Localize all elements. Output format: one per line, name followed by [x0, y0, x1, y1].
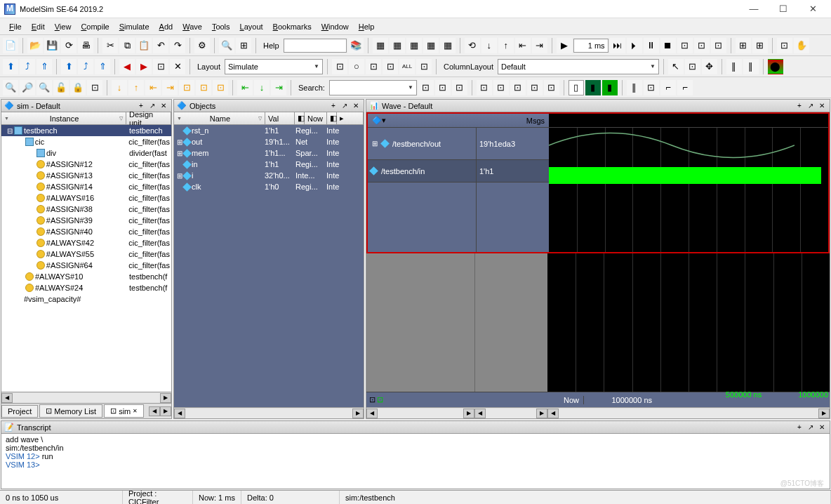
menu-tools[interactable]: Tools — [207, 21, 235, 32]
wave-style-7[interactable]: ⌐ — [677, 80, 693, 95]
wave-signal-name[interactable]: /testbench/in — [368, 160, 476, 183]
menu-wave[interactable]: Wave — [178, 21, 207, 32]
tab-scroll-left[interactable]: ◀ — [149, 406, 160, 416]
sim-tree-row[interactable]: ⊟testbenchtestbench — [1, 125, 171, 136]
bar-icon-2[interactable]: ‖ — [743, 59, 759, 74]
col-designunit[interactable]: Design unit — [126, 112, 171, 124]
redo-icon[interactable]: ↷ — [170, 38, 185, 53]
col-instance[interactable]: ▼Instance▽ — [1, 112, 126, 124]
run-icon[interactable]: ▶ — [557, 38, 572, 53]
sim-tree-row[interactable]: #ASSIGN#12cic_filter(fas — [1, 159, 171, 170]
menu-add[interactable]: Add — [154, 21, 178, 32]
panel-undock-button[interactable]: ↗ — [806, 423, 816, 432]
hand-icon[interactable]: ✋ — [794, 38, 809, 53]
menu-help[interactable]: Help — [354, 21, 380, 32]
nav-top-icon[interactable]: ⇑ — [36, 59, 52, 74]
sim-icon-5[interactable]: ▦ — [440, 38, 456, 53]
transcript-body[interactable]: add wave \sim:/testbench/inVSIM 12> runV… — [1, 434, 830, 489]
tab-project[interactable]: Project — [1, 405, 38, 418]
undo-icon[interactable]: ↶ — [153, 38, 168, 53]
tb-icon-d[interactable]: ⊞ — [736, 38, 751, 53]
panel-undock-button[interactable]: ↗ — [340, 101, 350, 111]
marker-icon[interactable]: ✥ — [702, 59, 717, 74]
run-all-icon[interactable]: ⏭ — [610, 38, 625, 53]
search-opt-icon[interactable]: ⊡ — [452, 80, 467, 95]
search-next-icon[interactable]: ⊡ — [435, 80, 451, 95]
paste-icon[interactable]: 📋 — [136, 38, 152, 53]
wave-style-5[interactable]: ⊡ — [644, 80, 659, 95]
sim-tree-row[interactable]: #ALWAYS#42cic_filter(fas — [1, 237, 171, 248]
sim-tree-row[interactable]: #ALWAYS#55cic_filter(fas — [1, 248, 171, 260]
toggle-icon-1[interactable]: ⊡ — [153, 59, 168, 74]
run-up-icon[interactable]: ↑ — [498, 38, 514, 53]
view-icon-5[interactable]: ⊡ — [416, 59, 432, 74]
grp-icon-2[interactable]: ⊡ — [493, 80, 509, 95]
tab-scroll-right[interactable]: ▶ — [160, 406, 171, 416]
panel-add-button[interactable]: + — [795, 101, 804, 111]
zoom-icon-4[interactable]: 🔓 — [53, 80, 69, 95]
panel-add-button[interactable]: + — [136, 101, 146, 111]
cut-icon[interactable]: ✂ — [102, 38, 118, 53]
tb-icon-e[interactable]: ⊞ — [752, 38, 768, 53]
run-cont-icon[interactable]: ⏵ — [627, 38, 642, 53]
sim-tree-row[interactable]: #ALWAYS#10testbench(f — [1, 271, 171, 282]
hier-icon-1[interactable]: ⬆ — [61, 59, 77, 74]
cursor-icon[interactable]: ↖ — [668, 59, 684, 74]
nav-up-icon[interactable]: ⬆ — [3, 59, 18, 74]
zoom-icon-5[interactable]: 🔒 — [70, 80, 86, 95]
step-fwd-icon[interactable]: ⇥ — [532, 38, 547, 53]
panel-undock-button[interactable]: ↗ — [806, 101, 816, 111]
sim-tree-row[interactable]: #ALWAYS#24testbench(f — [1, 282, 171, 293]
col-filter-1[interactable]: ◧ — [295, 112, 305, 124]
tb-icon-c[interactable]: ⊡ — [711, 38, 726, 53]
runtime-input[interactable] — [573, 39, 609, 53]
tab-memory-list[interactable]: ⊡Memory List — [39, 404, 102, 418]
stop-icon[interactable]: ⏹ — [660, 38, 676, 53]
panel-close-button[interactable]: ✕ — [159, 101, 168, 111]
object-row[interactable]: ⊞out19'h1...NetInte — [174, 136, 364, 147]
wave-style-4[interactable]: ‖ — [627, 80, 642, 95]
panel-close-button[interactable]: ✕ — [817, 423, 827, 432]
options-icon[interactable]: ⊞ — [236, 38, 251, 53]
sim-tree-row[interactable]: #ASSIGN#13cic_filter(fas — [1, 170, 171, 181]
object-row[interactable]: ⊞mem1'h1...Spar...Inte — [174, 147, 364, 159]
object-row[interactable]: rst_n1'h1Regi...Inte — [174, 125, 364, 136]
search-dropdown[interactable] — [329, 80, 417, 95]
grp-icon-3[interactable]: ⊡ — [510, 80, 526, 95]
sim-tree-row[interactable]: #ASSIGN#64cic_filter(fas — [1, 260, 171, 271]
panel-add-button[interactable]: + — [328, 101, 338, 111]
sim-hscroll[interactable]: ◀▶ — [1, 392, 171, 403]
menu-simulate[interactable]: Simulate — [114, 21, 154, 32]
sim-tree-row[interactable]: #ASSIGN#14cic_filter(fas — [1, 181, 171, 192]
tb-icon-b[interactable]: ⊡ — [694, 38, 710, 53]
zoom-full-icon[interactable]: 🔍 — [36, 80, 52, 95]
traffic-icon[interactable]: ⬤ — [768, 59, 783, 74]
reload-icon[interactable]: ⟳ — [61, 38, 77, 53]
cursor-next-icon[interactable]: ▶ — [136, 59, 152, 74]
grp-icon-1[interactable]: ⊡ — [477, 80, 492, 95]
columnlayout-dropdown[interactable]: Default — [498, 59, 659, 74]
select-icon[interactable]: ⊡ — [685, 59, 700, 74]
jump-icon-7[interactable]: ⊡ — [213, 80, 228, 95]
jump-icon-5[interactable]: ⊡ — [179, 80, 194, 95]
sim-tree-row[interactable]: #vsim_capacity# — [1, 293, 171, 305]
edge-icon-2[interactable]: ↓ — [254, 80, 270, 95]
menu-edit[interactable]: Edit — [27, 21, 50, 32]
sim-tree-row[interactable]: ⊟ciccic_filter(fas — [1, 136, 171, 147]
col-filter-3[interactable]: ▸ — [337, 112, 364, 124]
sim-icon-3[interactable]: ▦ — [406, 38, 422, 53]
grp-icon-5[interactable]: ⊡ — [544, 80, 559, 95]
open-icon[interactable]: 📂 — [27, 38, 43, 53]
print-icon[interactable]: 🖶 — [78, 38, 93, 53]
jump-icon-6[interactable]: ⊡ — [196, 80, 211, 95]
menu-layout[interactable]: Layout — [235, 21, 268, 32]
edge-icon-1[interactable]: ⇤ — [237, 80, 253, 95]
menu-file[interactable]: File — [4, 21, 27, 32]
wave-signal-name[interactable]: ⊞/testbench/out — [368, 128, 476, 160]
step-back-icon[interactable]: ⇤ — [515, 38, 531, 53]
wave-style-3[interactable]: ▮ — [602, 80, 618, 95]
tab-sim[interactable]: ⊡sim✕ — [104, 404, 144, 418]
find-icon[interactable]: 🔍 — [219, 38, 234, 53]
save-icon[interactable]: 💾 — [44, 38, 60, 53]
jump-icon-3[interactable]: ⇤ — [145, 80, 161, 95]
